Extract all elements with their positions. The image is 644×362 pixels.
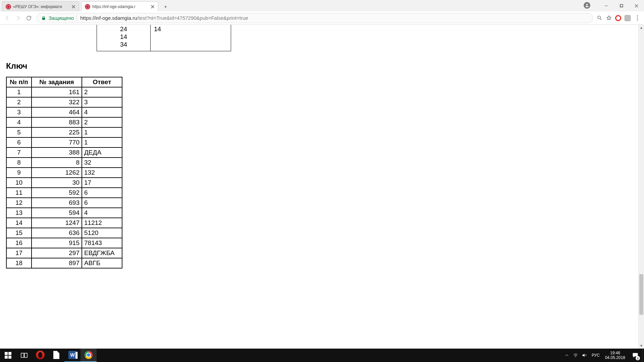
cell-answer: 2 [82,117,122,127]
tab-close-icon[interactable] [151,5,155,9]
cell-task-id: 322 [32,97,82,107]
browser-tab-2-active[interactable]: https://inf-oge.sdamgia.r [81,1,158,11]
cell-row-number: 11 [6,188,32,198]
input-language-indicator[interactable]: РУС [590,353,602,358]
taskbar-app-word[interactable]: W [64,349,80,362]
page-viewport: 24 14 34 14 Ключ № п/п № задания Ответ 1… [0,25,644,349]
lock-icon [41,16,46,20]
minimize-button[interactable] [599,0,614,11]
task-view-button[interactable] [16,349,32,362]
address-bar[interactable]: Защищено https://inf-oge.sdamgia.ru/test… [36,13,593,23]
svg-rect-4 [5,352,8,355]
bookmark-star-icon[interactable] [604,14,613,22]
table-row: 11612 [6,87,122,97]
browser-menu-button[interactable] [633,15,642,20]
browser-tab-1[interactable]: «РЕШУ ОГЭ»: информати [2,1,79,11]
taskbar-clock[interactable]: 19:46 04.05.2018 [602,351,629,360]
cell-row-number: 10 [6,178,32,188]
table-row: 18897АВГБ [6,258,122,268]
page-content: 24 14 34 14 Ключ № п/п № задания Ответ 1… [0,25,638,349]
cell-task-id: 897 [32,258,82,268]
cell-row-number: 8 [6,158,32,168]
scroll-thumb[interactable] [639,274,643,315]
cell-answer: ЕВДГЖБА [82,248,122,258]
tab-1-title: «РЕШУ ОГЭ»: информати [13,4,69,9]
cell-answer: 3 [82,97,122,107]
cell-answer: 4 [82,107,122,117]
cell-task-id: 636 [32,228,82,238]
cell-task-id: 1262 [32,168,82,178]
zoom-icon[interactable] [595,14,604,22]
partial-cell-left: 24 14 34 [97,25,151,51]
cell-answer: 1 [82,127,122,137]
table-row: 52251 [6,127,122,137]
cell-task-id: 225 [32,127,82,137]
cell-row-number: 18 [6,258,32,268]
chrome-icon [85,351,93,359]
cell-task-id: 30 [32,178,82,188]
nav-reload-button[interactable] [23,13,34,23]
key-heading: Ключ [6,61,632,71]
cell-task-id: 388 [32,147,82,158]
cell-row-number: 13 [6,208,32,218]
table-row: 34644 [6,107,122,117]
new-tab-button[interactable]: ▾ [161,3,170,10]
cell-task-id: 883 [32,117,82,127]
table-row: 14124711212 [6,218,122,228]
tray-chevron-up-icon[interactable] [564,353,570,358]
cell-answer: 6 [82,198,122,208]
omnibox-separator [76,15,77,21]
cell-answer: 32 [82,158,122,168]
tab-close-icon[interactable] [71,5,75,9]
cell-answer: 17 [82,178,122,188]
svg-point-0 [586,4,588,5]
table-row: 48832 [6,117,122,127]
cell-row-number: 15 [6,228,32,238]
system-tray[interactable] [561,349,590,362]
taskbar-app-chrome[interactable] [80,349,97,362]
wifi-icon[interactable] [573,353,578,358]
toolbar-right [595,14,642,22]
extension-opera-icon[interactable] [614,14,623,22]
favicon-icon [85,4,90,9]
start-button[interactable] [0,349,16,362]
show-desktop-button[interactable] [642,349,644,362]
cell-answer: 6 [82,188,122,198]
svg-point-10 [575,357,576,357]
nav-back-button[interactable] [2,13,13,23]
vertical-scrollbar[interactable]: ▲ ▼ [638,25,644,349]
action-center-button[interactable]: 1 [629,349,642,362]
col-header-answer: Ответ [82,77,122,87]
taskbar-left: W [0,349,97,362]
cell-row-number: 9 [6,168,32,178]
browser-toolbar: Защищено https://inf-oge.sdamgia.ru/test… [0,11,644,25]
cell-task-id: 1247 [32,218,82,228]
taskbar-app-file[interactable] [48,349,64,362]
close-window-button[interactable] [629,0,644,11]
partial-cell-right: 14 [151,25,231,51]
profile-avatar-icon[interactable] [584,2,590,9]
cell-task-id: 915 [32,238,82,248]
cell-task-id: 8 [32,158,82,168]
extension-gray-icon[interactable] [623,14,632,22]
url-host: https://inf-oge.sdamgia.ru [80,15,137,21]
word-icon: W [68,351,76,359]
opera-icon [36,351,45,359]
cell-row-number: 17 [6,248,32,258]
scroll-down-icon[interactable]: ▼ [639,343,644,349]
table-row: 156365120 [6,228,122,238]
volume-mute-icon[interactable] [582,353,587,358]
cell-row-number: 5 [6,127,32,137]
cell-answer: 5120 [82,228,122,238]
col-header-task-id: № задания [32,77,82,87]
taskbar-app-opera[interactable] [32,349,48,362]
cell-task-id: 464 [32,107,82,117]
scroll-track[interactable] [639,31,644,343]
cell-row-number: 16 [6,238,32,248]
svg-rect-6 [5,356,8,359]
scroll-up-icon[interactable]: ▲ [639,25,644,31]
browser-tabstrip: «РЕШУ ОГЭ»: информати https://inf-oge.sd… [0,0,644,11]
maximize-button[interactable] [614,0,629,11]
notification-count-badge: 1 [636,356,640,360]
nav-forward-button[interactable] [13,13,23,23]
